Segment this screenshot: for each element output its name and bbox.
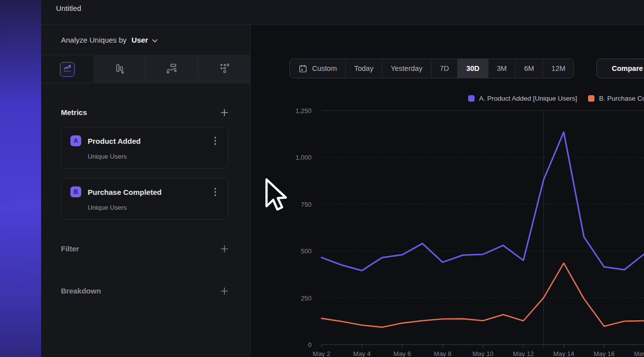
range-today[interactable]: Today [346, 59, 382, 78]
y-axis-label: 750 [272, 200, 312, 208]
add-metric-button[interactable] [220, 109, 228, 117]
metric-badge: A [70, 135, 81, 146]
chart-legend: A. Product Added [Unique Users]B. Purcha… [468, 95, 644, 102]
range-custom[interactable]: Custom [290, 59, 346, 78]
y-axis-label: 1,250 [272, 107, 312, 115]
query-builder-panel: Analyze Uniques by User [41, 25, 250, 357]
y-axis-label: 500 [272, 247, 312, 255]
x-axis-label: May 2 [304, 350, 339, 357]
x-axis-label: May 14 [546, 350, 581, 357]
tab-bar-chart[interactable] [93, 56, 146, 83]
legend-item[interactable]: B. Purchase Completed [Unique Users] [588, 95, 644, 102]
app-header: Untitled [41, 0, 644, 25]
bar-chart-icon [113, 62, 125, 76]
legend-swatch [588, 95, 594, 102]
x-axis-label: May 6 [385, 350, 420, 357]
kebab-menu-icon[interactable] [215, 191, 216, 193]
metric-card[interactable]: A Product Added Unique Users [61, 127, 228, 169]
metric-name: Purchase Completed [88, 188, 215, 196]
range-6m[interactable]: 6M [516, 59, 543, 78]
series-line [322, 263, 644, 327]
report-title[interactable]: Untitled [41, 0, 644, 12]
range-3m[interactable]: 3M [488, 59, 516, 78]
flows-icon [165, 62, 178, 76]
calendar-icon [298, 64, 308, 73]
range-30d[interactable]: 30D [458, 59, 488, 78]
range-7d[interactable]: 7D [431, 59, 458, 78]
series-line [322, 132, 644, 270]
compare-button[interactable]: Compare [596, 59, 644, 78]
breakdown-section-title: Breakdown [61, 287, 101, 295]
legend-item[interactable]: A. Product Added [Unique Users] [468, 95, 577, 102]
range-yesterday[interactable]: Yesterday [382, 59, 431, 78]
filter-section-title: Filter [61, 244, 79, 253]
metrics-section-title: Metrics [61, 108, 87, 117]
x-axis-label: May 8 [426, 350, 460, 357]
x-axis-label: May 4 [345, 350, 379, 357]
range-12m[interactable]: 12M [543, 59, 574, 78]
chart-panel: CustomTodayYesterday7D30D3M6M12M Compare… [250, 25, 644, 357]
add-filter-button[interactable] [220, 245, 228, 253]
tab-line-chart[interactable] [41, 56, 93, 83]
dot-grid-icon [218, 62, 230, 76]
y-axis-label: 0 [272, 341, 312, 349]
metric-badge: B [70, 186, 81, 197]
app-window: Untitled Analyze Uniques by User [41, 0, 644, 357]
metric-card[interactable]: B Purchase Completed Unique Users [61, 178, 228, 220]
kebab-menu-icon[interactable] [215, 140, 216, 142]
legend-label: B. Purchase Completed [Unique Users] [599, 95, 644, 102]
line-chart[interactable] [322, 111, 644, 345]
x-axis-label: May 10 [466, 350, 500, 357]
date-range-selector: CustomTodayYesterday7D30D3M6M12M [289, 59, 574, 78]
add-breakdown-button[interactable] [220, 287, 228, 295]
metric-measurement[interactable]: Unique Users [88, 153, 219, 160]
y-axis-label: 1,000 [272, 154, 312, 161]
analyze-by-dropdown[interactable]: User [132, 36, 158, 44]
legend-label: A. Product Added [Unique Users] [479, 95, 577, 102]
x-axis-label: May 12 [506, 350, 541, 357]
x-axis-label: May 18 [627, 350, 644, 357]
chevron-down-icon [152, 36, 158, 44]
metric-measurement[interactable]: Unique Users [88, 204, 219, 211]
metric-name: Product Added [88, 137, 215, 145]
x-axis-label: May 16 [587, 350, 622, 357]
line-chart-icon [62, 63, 72, 75]
tab-flows[interactable] [146, 56, 198, 83]
tab-dot-grid[interactable] [198, 56, 250, 83]
legend-swatch [468, 95, 475, 102]
analyze-label: Analyze Uniques by [61, 36, 127, 44]
y-axis-label: 250 [272, 294, 312, 301]
chart-type-tabs [41, 56, 250, 83]
